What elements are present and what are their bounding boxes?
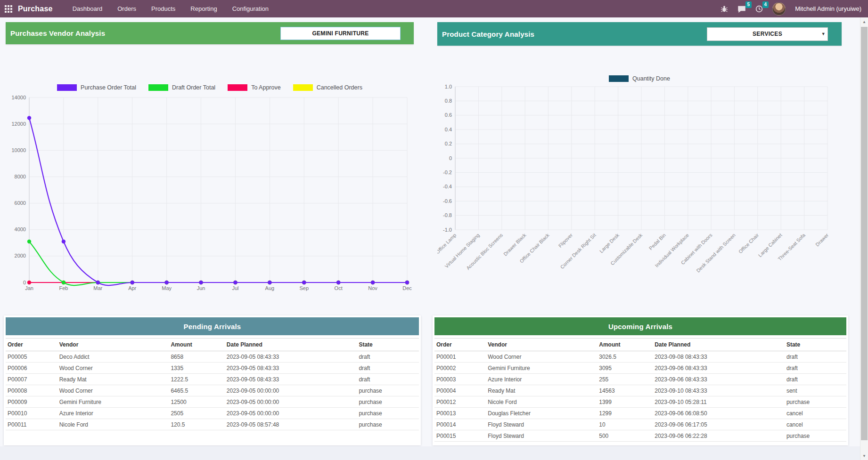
category-selector[interactable]: SERVICES ▼: [707, 27, 828, 41]
table-row[interactable]: P00012Nicole Ford13992023-09-10 05:28:11…: [434, 396, 846, 408]
table-cell: purchase: [357, 396, 419, 408]
table-row[interactable]: P00003Azure Interior2552023-09-06 08:43:…: [434, 374, 846, 385]
table-row[interactable]: P00006Wood Corner13352023-09-05 08:43:33…: [6, 363, 419, 374]
table-row[interactable]: P00002Gemini Furniture30952023-09-06 08:…: [434, 363, 846, 374]
legend-swatch: [609, 75, 629, 82]
series-line: [29, 118, 407, 286]
x-axis-tick-label: Dec: [402, 285, 412, 291]
table-cell: draft: [785, 374, 846, 385]
x-axis-tick-label: May: [162, 285, 172, 291]
vendor-analysis-header: Purchases Vendor Analysis GEMINI FURNITU…: [6, 22, 414, 44]
x-axis-tick-label: Jun: [197, 285, 205, 291]
column-header: State: [357, 339, 419, 351]
x-axis-tick-label: Nov: [368, 285, 377, 291]
series-draft-order-total: [27, 240, 409, 285]
table-cell: 14563: [597, 385, 653, 396]
scrollbar-thumb[interactable]: [861, 27, 868, 440]
table-row[interactable]: P00008Wood Corner6465.52023-09-05 00:00:…: [6, 385, 419, 396]
y-axis-tick-label: 4000: [15, 226, 26, 232]
column-header: Date Planned: [225, 339, 357, 351]
y-axis-tick-label: 6000: [15, 200, 26, 206]
table-row[interactable]: P00015Floyd Steward5002023-09-06 06:22:2…: [434, 430, 846, 442]
x-axis-tick-label: Mar: [93, 285, 102, 291]
table-row[interactable]: P00014Floyd Steward102023-09-06 06:17:05…: [434, 419, 846, 430]
table-cell: purchase: [357, 408, 419, 419]
y-axis-tick-label: 10000: [11, 147, 26, 153]
table-cell: purchase: [357, 419, 419, 430]
legend-item: Purchase Order Total: [57, 84, 136, 91]
y-axis-tick-label: -0.6: [443, 198, 452, 204]
table-cell: Gemini Furniture: [486, 363, 597, 374]
table-cell: 2023-09-05 08:43:33: [225, 351, 357, 363]
table-cell: Floyd Steward: [486, 430, 597, 442]
table-cell: draft: [785, 351, 846, 363]
table-cell: Azure Interior: [486, 374, 597, 385]
table-row[interactable]: P00010Azure Interior25052023-09-05 00:00…: [6, 408, 419, 419]
nav-item-orders[interactable]: Orders: [111, 0, 143, 17]
data-point: [27, 281, 31, 284]
table-row[interactable]: P00001Wood Corner3026.52023-09-08 08:43:…: [434, 351, 846, 363]
x-axis-tick-label: Large Desk: [598, 232, 621, 254]
data-point: [164, 281, 168, 284]
vendor-line-chart: 02000400060008000100001200014000JanFebMa…: [6, 92, 414, 299]
x-axis-tick-label: Sep: [299, 285, 309, 291]
table-row[interactable]: P00007Ready Mat1222.52023-09-05 08:43:33…: [6, 374, 419, 385]
table-cell: 10: [597, 419, 653, 430]
table-cell: Gemini Furniture: [57, 396, 169, 408]
nav-item-reporting[interactable]: Reporting: [184, 0, 223, 17]
table-cell: purchase: [785, 396, 846, 408]
column-header: Vendor: [57, 339, 169, 351]
y-axis-tick-label: 14000: [11, 95, 26, 100]
nav-item-configuration[interactable]: Configuration: [226, 0, 275, 17]
x-axis-tick-label: Large Cabinet: [757, 232, 783, 258]
apps-grid-icon[interactable]: [5, 5, 12, 13]
data-point: [199, 281, 203, 284]
data-point: [233, 281, 237, 284]
table-row[interactable]: P00004Ready Mat145632023-09-10 08:43:33s…: [434, 385, 846, 396]
app-brand[interactable]: Purchase: [18, 5, 53, 13]
y-axis-tick-label: 1.0: [445, 84, 452, 89]
vendor-selector[interactable]: GEMINI FURNITURE: [280, 27, 401, 40]
y-axis-tick-label: 0: [23, 280, 26, 285]
x-axis-tick-label: Office Chair: [737, 232, 760, 255]
table-cell: 1299: [597, 408, 653, 419]
table-row[interactable]: P00011Nicole Ford120.52023-09-05 08:57:4…: [6, 419, 419, 430]
y-axis-tick-label: -1.0: [443, 227, 452, 233]
legend-label: Cancelled Orders: [317, 84, 362, 91]
table-cell: Azure Interior: [57, 408, 169, 419]
table-cell: 2023-09-06 06:08:50: [653, 408, 785, 419]
y-axis-tick-label: 0.6: [445, 112, 452, 118]
table-row[interactable]: P00009Gemini Furniture125002023-09-05 00…: [6, 396, 419, 408]
scroll-up-arrow[interactable]: ▲: [860, 17, 868, 26]
y-axis-tick-label: -0.4: [443, 184, 452, 189]
table-cell: 2023-09-10 08:43:33: [653, 385, 785, 396]
scroll-down-arrow[interactable]: ▼: [860, 452, 868, 460]
table-header-row: OrderVendorAmountDate PlannedState: [434, 339, 846, 351]
table-cell: purchase: [357, 385, 419, 396]
table-row[interactable]: P00013Douglas Fletcher12992023-09-06 06:…: [434, 408, 846, 419]
table-cell: 2023-09-10 05:28:11: [653, 396, 785, 408]
vendor-analysis-title: Purchases Vendor Analysis: [6, 29, 105, 37]
table-cell: Wood Corner: [57, 385, 169, 396]
nav-item-products[interactable]: Products: [145, 0, 182, 17]
debug-bug-icon[interactable]: [721, 5, 728, 13]
data-point: [371, 281, 375, 284]
data-point: [27, 116, 31, 120]
table-cell: P00007: [6, 374, 57, 385]
table-row[interactable]: P00005Deco Addict86582023-09-05 08:43:33…: [6, 351, 419, 363]
data-point: [62, 240, 66, 243]
data-point: [96, 281, 100, 284]
messages-icon[interactable]: 5: [737, 5, 746, 13]
activities-clock-icon[interactable]: 4: [755, 5, 763, 13]
legend-item: To Approve: [228, 84, 281, 91]
user-avatar[interactable]: [772, 2, 786, 16]
table-cell: 1399: [597, 396, 653, 408]
category-analysis-header: Product Category Analysis SERVICES ▼: [437, 22, 842, 46]
table-cell: P00004: [434, 385, 486, 396]
table-cell: 2505: [169, 408, 224, 419]
data-point: [302, 281, 306, 284]
vendor-chart-legend: Purchase Order TotalDraft Order TotalTo …: [6, 84, 414, 91]
nav-item-dashboard[interactable]: Dashboard: [66, 0, 109, 17]
column-header: Date Planned: [653, 339, 785, 351]
user-menu[interactable]: Mitchell Admin (uryuiwe): [795, 5, 861, 12]
